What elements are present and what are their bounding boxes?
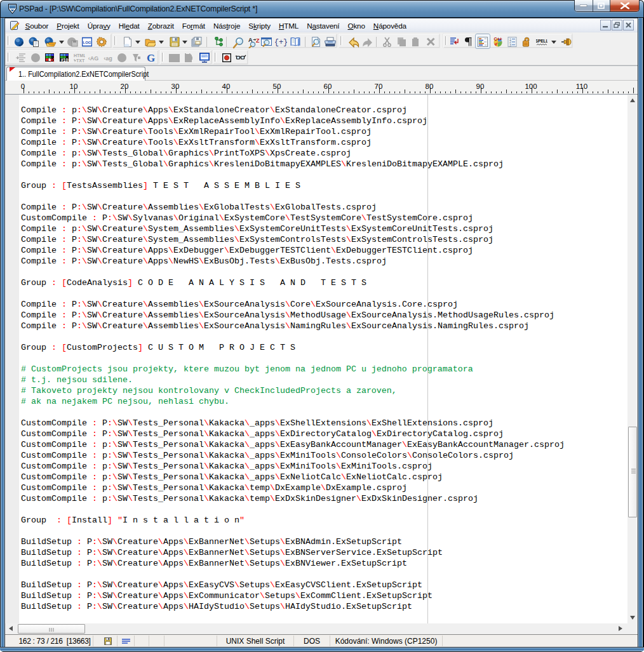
svg-text:90: 90: [476, 83, 485, 90]
svg-text:#10: #10: [61, 58, 69, 62]
svg-text:40: 40: [222, 83, 231, 90]
svg-text:110: 110: [576, 83, 587, 90]
svg-text:20: 20: [121, 83, 129, 90]
svg-text:‹ag: ‹ag: [104, 55, 112, 62]
svg-text:3: 3: [509, 43, 511, 47]
svg-text:10: 10: [70, 83, 78, 90]
svg-text:G: G: [147, 53, 155, 63]
svg-text:50: 50: [273, 83, 281, 90]
svg-text:SPELL: SPELL: [536, 39, 547, 43]
svg-text:LOG: LOG: [83, 41, 91, 44]
svg-text:80: 80: [426, 83, 434, 90]
svg-text:30: 30: [171, 83, 180, 90]
svg-text:Z: Z: [256, 37, 260, 44]
svg-text:100: 100: [525, 83, 537, 90]
svg-text:60: 60: [324, 83, 332, 90]
svg-text:70: 70: [375, 83, 383, 90]
svg-text:{+}: {+}: [275, 38, 287, 47]
svg-text:TXT: TXT: [76, 58, 85, 63]
svg-text:‹AG: ‹AG: [88, 55, 99, 62]
svg-text:HTML: HTML: [74, 53, 85, 58]
svg-text:C++: C++: [493, 37, 502, 41]
svg-text:0: 0: [21, 83, 25, 90]
